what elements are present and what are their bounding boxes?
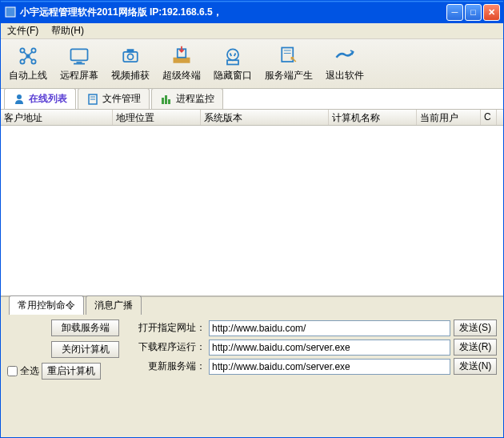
column-header[interactable]: 系统版本	[201, 110, 329, 125]
svg-rect-10	[71, 49, 88, 60]
remote-screen-button[interactable]: 远程屏幕	[57, 43, 102, 84]
svg-line-9	[30, 58, 33, 61]
toolbar-label: 自动上线	[9, 69, 47, 82]
update-server-label: 更新服务端：	[134, 360, 206, 373]
app-window: 小宇远程管理软件2011网络版 IP:192.168.6.5， ─ □ ✕ 文件…	[0, 0, 504, 438]
download-run-send-button[interactable]: 发送(R)	[454, 339, 497, 356]
toolbar-label: 视频捕获	[111, 69, 150, 82]
column-header[interactable]: 地理位置	[113, 110, 201, 125]
exit-app-button[interactable]: 退出软件	[322, 43, 367, 84]
svg-rect-29	[168, 99, 170, 104]
svg-line-7	[30, 52, 33, 55]
svg-rect-19	[227, 60, 238, 64]
tab-label: 进程监控	[176, 92, 214, 106]
bottom-content: 卸载服务端关闭计算机全选重启计算机 打开指定网址：发送(S)下载程序运行：发送(…	[1, 315, 503, 386]
toolbar: 自动上线远程屏幕视频捕获超级终端隐藏窗口服务端产生退出软件	[1, 39, 503, 89]
svg-rect-27	[162, 98, 164, 104]
tab-msg-broadcast[interactable]: 消息广播	[86, 295, 142, 315]
tab-label: 在线列表	[29, 92, 67, 106]
column-header[interactable]: C	[481, 110, 497, 125]
download-run-input[interactable]	[209, 340, 450, 356]
shutdown-button[interactable]: 关闭计算机	[51, 341, 119, 358]
video-capture-button[interactable]: 视频捕获	[108, 43, 153, 84]
table-body	[1, 126, 503, 295]
svg-point-23	[17, 94, 22, 99]
toolbar-label: 超级终端	[162, 69, 201, 82]
control-row: 更新服务端：发送(N)	[134, 358, 497, 375]
svg-line-8	[24, 58, 27, 61]
reboot-button[interactable]: 重启计算机	[42, 363, 101, 380]
window-title: 小宇远程管理软件2011网络版 IP:192.168.6.5，	[20, 6, 446, 19]
bottom-pane: 常用控制命令 消息广播 卸载服务端关闭计算机全选重启计算机 打开指定网址：发送(…	[1, 295, 503, 437]
column-header[interactable]: 客户地址	[1, 110, 113, 125]
menubar: 文件(F) 帮助(H)	[1, 23, 503, 39]
svg-rect-16	[174, 58, 190, 63]
tab-common-cmd[interactable]: 常用控制命令	[9, 295, 84, 315]
toolbar-label: 隐藏窗口	[214, 69, 252, 82]
column-header[interactable]: 计算机名称	[329, 110, 417, 125]
toolbar-label: 远程屏幕	[60, 69, 98, 82]
svg-rect-15	[127, 49, 134, 52]
toolbar-label: 服务端产生	[265, 69, 313, 82]
tab-file-mgr[interactable]: 文件管理	[78, 88, 150, 109]
tab-proc-mon[interactable]: 进程监控	[151, 88, 223, 109]
svg-rect-0	[6, 7, 15, 17]
mid-tabs: 在线列表文件管理进程监控	[1, 89, 503, 110]
svg-line-6	[24, 52, 27, 55]
select-all-checkbox[interactable]	[7, 366, 18, 376]
svg-rect-11	[77, 62, 82, 63]
update-server-input[interactable]	[209, 359, 450, 375]
toolbar-label: 退出软件	[326, 69, 364, 82]
bottom-tabs: 常用控制命令 消息广播	[1, 297, 503, 315]
table-header: 客户地址地理位置系统版本计算机名称当前用户C	[1, 110, 503, 126]
open-url-input[interactable]	[209, 320, 450, 336]
control-row: 下载程序运行：发送(R)	[134, 339, 497, 356]
download-run-label: 下载程序运行：	[134, 340, 206, 354]
tab-label: 文件管理	[102, 92, 141, 106]
minimize-button[interactable]: ─	[446, 4, 463, 21]
titlebar: 小宇远程管理软件2011网络版 IP:192.168.6.5， ─ □ ✕	[1, 1, 503, 23]
column-header[interactable]: 当前用户	[417, 110, 481, 125]
gen-server-button[interactable]: 服务端产生	[262, 43, 316, 84]
svg-point-14	[128, 54, 134, 59]
svg-rect-28	[165, 95, 167, 104]
bottom-spacer	[1, 386, 503, 437]
menu-help[interactable]: 帮助(H)	[48, 23, 87, 38]
auto-online-button[interactable]: 自动上线	[6, 43, 50, 84]
super-terminal-button[interactable]: 超级终端	[159, 43, 204, 84]
control-row: 打开指定网址：发送(S)	[134, 319, 497, 336]
unload-server-button[interactable]: 卸载服务端	[51, 319, 119, 336]
hide-window-button[interactable]: 隐藏窗口	[210, 43, 255, 84]
open-url-label: 打开指定网址：	[134, 321, 206, 335]
maximize-button[interactable]: □	[465, 4, 482, 21]
close-button[interactable]: ✕	[483, 4, 500, 21]
tab-online-list[interactable]: 在线列表	[4, 88, 76, 109]
update-server-send-button[interactable]: 发送(N)	[454, 358, 497, 375]
open-url-send-button[interactable]: 发送(S)	[454, 319, 497, 336]
app-icon	[4, 6, 17, 18]
svg-point-18	[227, 49, 238, 60]
menu-file[interactable]: 文件(F)	[4, 23, 42, 38]
svg-rect-12	[74, 63, 85, 65]
select-all-label: 全选	[20, 364, 39, 378]
